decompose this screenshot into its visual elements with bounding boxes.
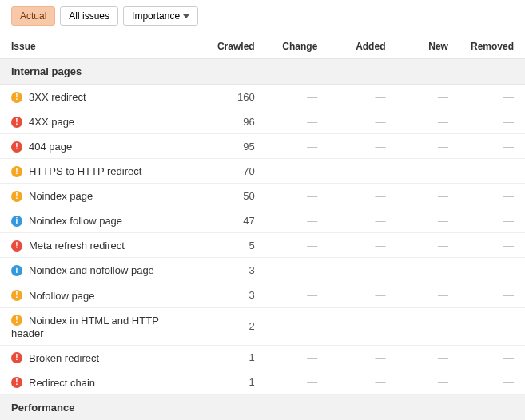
crawled-cell: 2	[203, 307, 266, 345]
change-cell: —	[266, 233, 329, 258]
removed-cell: —	[459, 258, 525, 283]
issue-label: Meta refresh redirect	[29, 240, 125, 252]
table-row[interactable]: !Broken redirect1————	[0, 345, 525, 370]
added-cell: —	[328, 184, 396, 208]
table-row[interactable]: !Noindex in HTML and HTTP header2————	[0, 307, 525, 345]
dash-icon: —	[438, 264, 448, 276]
issues-table: Issue Crawled Change Added New Removed I…	[0, 34, 525, 420]
dash-icon: —	[375, 116, 385, 128]
issue-cell: !Meta refresh redirect	[0, 233, 203, 258]
dash-icon: —	[438, 240, 448, 252]
dash-icon: —	[438, 165, 448, 177]
dash-icon: —	[375, 376, 385, 388]
warning-icon: !	[11, 166, 22, 177]
dash-icon: —	[503, 190, 514, 202]
table-row[interactable]: !4XX page96————	[0, 109, 525, 134]
removed-cell: —	[459, 109, 525, 134]
crawled-cell: 50	[203, 184, 266, 208]
change-cell: —	[266, 134, 329, 159]
dash-icon: —	[307, 215, 317, 227]
crawled-cell: 95	[203, 134, 266, 159]
dash-icon: —	[503, 91, 514, 103]
issue-label: Noindex follow page	[29, 215, 122, 227]
issue-label: Broken redirect	[29, 352, 99, 364]
dash-icon: —	[503, 165, 514, 177]
added-cell: —	[328, 307, 396, 345]
removed-cell: —	[459, 283, 525, 307]
dash-icon: —	[503, 320, 514, 332]
col-header-crawled[interactable]: Crawled	[203, 34, 266, 59]
dash-icon: —	[375, 264, 385, 276]
info-icon: i	[11, 216, 22, 227]
error-icon: !	[11, 117, 22, 128]
change-cell: —	[266, 345, 329, 370]
added-cell: —	[328, 208, 396, 233]
dash-icon: —	[503, 376, 514, 388]
change-cell: —	[266, 109, 329, 134]
removed-cell: —	[459, 345, 525, 370]
tab-all-issues[interactable]: All issues	[60, 6, 118, 26]
error-icon: !	[11, 240, 22, 252]
issue-label: 3XX redirect	[29, 91, 86, 103]
removed-cell: —	[459, 159, 525, 184]
table-row[interactable]: !404 page95————	[0, 134, 525, 159]
dash-icon: —	[307, 351, 317, 363]
dash-icon: —	[307, 91, 317, 103]
importance-dropdown[interactable]: Importance	[123, 6, 198, 26]
change-cell: —	[266, 85, 329, 109]
table-row[interactable]: !Meta refresh redirect5————	[0, 233, 525, 258]
col-header-new[interactable]: New	[396, 34, 459, 59]
new-cell: —	[396, 345, 459, 370]
issue-label: Noindex in HTML and HTTP header	[11, 315, 159, 339]
dash-icon: —	[438, 215, 448, 227]
removed-cell: —	[459, 307, 525, 345]
section-header: Performance	[0, 394, 525, 420]
crawled-cell: 3	[203, 283, 266, 307]
section-title: Internal pages	[0, 59, 525, 85]
error-icon: !	[11, 377, 22, 388]
col-header-issue[interactable]: Issue	[0, 34, 203, 59]
table-header-row: Issue Crawled Change Added New Removed	[0, 34, 525, 59]
new-cell: —	[396, 370, 459, 394]
section-title: Performance	[0, 394, 525, 420]
col-header-removed[interactable]: Removed	[459, 34, 525, 59]
new-cell: —	[396, 184, 459, 208]
removed-cell: —	[459, 184, 525, 208]
dash-icon: —	[375, 320, 385, 332]
change-cell: —	[266, 159, 329, 184]
change-cell: —	[266, 307, 329, 345]
change-cell: —	[266, 370, 329, 394]
crawled-cell: 3	[203, 258, 266, 283]
new-cell: —	[396, 85, 459, 109]
issue-cell: !HTTPS to HTTP redirect	[0, 159, 203, 184]
error-icon: !	[11, 352, 22, 363]
issue-cell: !Redirect chain	[0, 370, 203, 394]
new-cell: —	[396, 258, 459, 283]
dash-icon: —	[375, 190, 385, 202]
crawled-cell: 5	[203, 233, 266, 258]
warning-icon: !	[11, 92, 22, 103]
dash-icon: —	[438, 116, 448, 128]
col-header-change[interactable]: Change	[266, 34, 329, 59]
dash-icon: —	[438, 190, 448, 202]
table-row[interactable]: !Nofollow page3————	[0, 283, 525, 307]
col-header-added[interactable]: Added	[328, 34, 396, 59]
dash-icon: —	[375, 240, 385, 252]
issue-cell: !404 page	[0, 134, 203, 159]
dash-icon: —	[503, 351, 514, 363]
table-row[interactable]: !Redirect chain1————	[0, 370, 525, 394]
crawled-cell: 96	[203, 109, 266, 134]
dash-icon: —	[307, 320, 317, 332]
table-row[interactable]: !HTTPS to HTTP redirect70————	[0, 159, 525, 184]
table-row[interactable]: iNoindex follow page47————	[0, 208, 525, 233]
table-row[interactable]: iNoindex and nofollow page3————	[0, 258, 525, 283]
warning-icon: !	[11, 191, 22, 202]
crawled-cell: 47	[203, 208, 266, 233]
change-cell: —	[266, 184, 329, 208]
tab-actual[interactable]: Actual	[11, 6, 55, 26]
table-row[interactable]: !3XX redirect160————	[0, 85, 525, 109]
crawled-cell: 1	[203, 345, 266, 370]
importance-label: Importance	[132, 10, 180, 22]
issue-cell: iNoindex and nofollow page	[0, 258, 203, 283]
table-row[interactable]: !Noindex page50————	[0, 184, 525, 208]
